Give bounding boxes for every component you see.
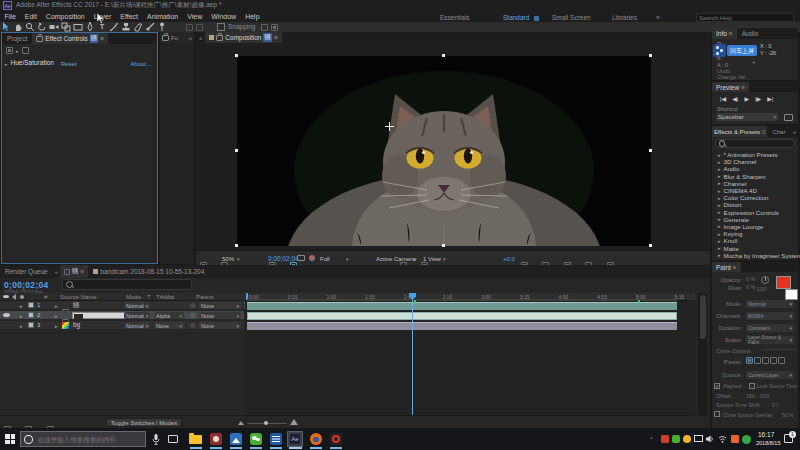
- timeline-search-input[interactable]: [75, 281, 184, 289]
- layer-parent-dropdown[interactable]: None▾: [199, 302, 241, 309]
- layer-handle[interactable]: [442, 244, 445, 247]
- panel-menu-icon[interactable]: ≡: [762, 129, 766, 135]
- resolution-value[interactable]: Full: [320, 256, 330, 262]
- column-source-name[interactable]: Source Name: [60, 294, 97, 300]
- microphone-icon[interactable]: [152, 434, 160, 445]
- tray-display-icon[interactable]: [694, 435, 703, 442]
- effects-category-item[interactable]: ▸Image Lounge: [712, 223, 798, 230]
- footage-strip-tabrow[interactable]: Fo »: [160, 32, 194, 43]
- overflow-chevron[interactable]: »: [189, 35, 192, 41]
- tab-effect-controls[interactable]: Effect Controls 猫 ≡: [32, 33, 108, 44]
- zoom-in-mountain-icon[interactable]: [290, 419, 298, 425]
- layer-row-2[interactable]: ▸ 2 ▸ Normal▾ Alpha▾ ◎ None▾: [0, 311, 244, 320]
- chevron-down-icon[interactable]: ▾: [443, 257, 446, 262]
- next-frame-button[interactable]: |▶: [755, 95, 761, 102]
- timeline-search-box[interactable]: [62, 279, 192, 290]
- twirl-icon[interactable]: ▸: [718, 152, 721, 158]
- effects-category-item[interactable]: ▸* Animation Presets: [712, 151, 798, 158]
- brush-angle-dial[interactable]: [761, 276, 769, 284]
- scrollbar-thumb[interactable]: [700, 295, 706, 339]
- workspace-tab-small-screen[interactable]: Small Screen: [552, 15, 591, 22]
- layer-label-color[interactable]: [28, 322, 34, 328]
- roto-brush-tool-icon[interactable]: [144, 22, 156, 32]
- panel-menu-icon[interactable]: ≡: [80, 268, 84, 275]
- effect-parade2-icon[interactable]: [22, 47, 29, 54]
- layer-trkmat-dropdown[interactable]: None▾: [154, 322, 184, 329]
- layer-parent-dropdown[interactable]: None▾: [199, 322, 241, 329]
- layer-row-3[interactable]: ▸ 3 ▸ bg Normal▾ None▾ ◎ None▾: [0, 321, 244, 330]
- zoom-out-mountain-icon[interactable]: [238, 421, 244, 425]
- help-search-input[interactable]: [696, 13, 794, 22]
- offset-value[interactable]: 150, -100: [746, 394, 769, 400]
- clone-preset-2-button[interactable]: [754, 357, 761, 364]
- playhead-line[interactable]: [412, 293, 413, 415]
- overflow-chevron[interactable]: »: [793, 129, 798, 135]
- tray-app-icon[interactable]: [731, 435, 739, 443]
- layer-mode-dropdown[interactable]: Normal▾: [124, 322, 150, 329]
- source-time-shift-value[interactable]: 0 f: [772, 403, 778, 409]
- effects-category-item[interactable]: ▸Color Correction: [712, 194, 798, 201]
- tray-expand-chevron[interactable]: ^: [650, 436, 653, 442]
- snap-option-icon[interactable]: [261, 24, 268, 31]
- tab-scroll-icon[interactable]: «: [53, 269, 60, 275]
- layer-marker[interactable]: [638, 300, 640, 304]
- lock-source-time-checkbox[interactable]: [749, 383, 755, 389]
- layer-handle[interactable]: [649, 54, 652, 57]
- play-button[interactable]: ▶: [744, 95, 749, 102]
- comp-current-time[interactable]: 0;00;02;04: [268, 256, 299, 263]
- last-frame-button[interactable]: ▶|: [767, 95, 773, 102]
- layer-label-color[interactable]: [28, 312, 34, 318]
- layer-mode-dropdown[interactable]: Normal▾: [124, 312, 150, 319]
- source-dropdown[interactable]: Current Layer▾: [746, 371, 794, 379]
- column-trkmat[interactable]: TrkMat: [156, 294, 174, 300]
- panel-menu-icon[interactable]: ≡: [733, 264, 737, 271]
- layer-mode-dropdown[interactable]: Normal▾: [124, 302, 150, 309]
- twirl-icon[interactable]: ▸: [718, 195, 721, 201]
- foreground-color-swatch[interactable]: [776, 276, 791, 289]
- clone-source-overlay-checkbox[interactable]: [714, 411, 720, 417]
- view-layout-value[interactable]: 1 View: [423, 256, 441, 262]
- menu-item[interactable]: Edit: [20, 13, 41, 20]
- comp-viewer-frame[interactable]: [237, 56, 651, 246]
- twirl-icon[interactable]: ▸: [718, 166, 721, 172]
- toggle-switches-modes-button[interactable]: Toggle Switches / Modes: [106, 418, 182, 427]
- layer-bar-2[interactable]: [247, 312, 677, 320]
- tray-recorder-icon[interactable]: [742, 435, 751, 444]
- layer-handle[interactable]: [649, 244, 652, 247]
- workspace-tab-standard[interactable]: Standard: [503, 15, 529, 22]
- workspace-tab-essentials[interactable]: Essentials: [440, 15, 470, 22]
- after-effects-taskbar-icon[interactable]: Ae: [287, 431, 303, 447]
- panel-menu-icon[interactable]: ≡: [729, 30, 733, 37]
- workspace-overflow-chevron[interactable]: »: [656, 15, 660, 22]
- hand-tool-icon[interactable]: [12, 22, 24, 32]
- chevron-down-icon[interactable]: ▾: [414, 257, 417, 262]
- column-mode[interactable]: Mode: [126, 294, 141, 300]
- notification-center-icon[interactable]: 1: [784, 434, 793, 443]
- clone-source-overlay-value[interactable]: 50 %: [782, 413, 793, 418]
- panel-menu-icon[interactable]: ≡: [274, 34, 278, 41]
- notes-app-icon[interactable]: [270, 433, 282, 445]
- effects-category-item[interactable]: ▸Expression Controls: [712, 209, 798, 216]
- shape-tool-icon[interactable]: [72, 22, 84, 32]
- menu-item[interactable]: Effect: [116, 13, 143, 20]
- workspace-tab-libraries[interactable]: Libraries: [612, 15, 637, 22]
- rotation-tool-icon[interactable]: [36, 22, 48, 32]
- layer-handle[interactable]: [649, 149, 652, 152]
- pickwhip-icon[interactable]: ◎: [190, 312, 195, 318]
- zoom-level-value[interactable]: 50%: [222, 256, 234, 262]
- twirl-icon[interactable]: ▸: [55, 313, 58, 319]
- column-number[interactable]: #: [44, 294, 47, 300]
- timeline-zoom-slider-thumb[interactable]: [264, 421, 268, 425]
- channels-dropdown[interactable]: RGBA▾: [746, 312, 794, 320]
- twirl-icon[interactable]: ▸: [55, 303, 58, 309]
- tray-360-icon[interactable]: [683, 435, 691, 443]
- layer-parent-dropdown[interactable]: None▾: [199, 312, 241, 319]
- twirl-icon[interactable]: ▸: [718, 180, 721, 186]
- eye-icon[interactable]: [3, 313, 10, 317]
- tab-project[interactable]: Project: [2, 35, 32, 42]
- file-explorer-icon[interactable]: [189, 435, 202, 444]
- twirl-icon[interactable]: ▸: [55, 323, 58, 329]
- effects-search-box[interactable]: [715, 139, 795, 148]
- effect-parade-icon[interactable]: [6, 47, 13, 54]
- twirl-icon[interactable]: ▸: [5, 61, 8, 67]
